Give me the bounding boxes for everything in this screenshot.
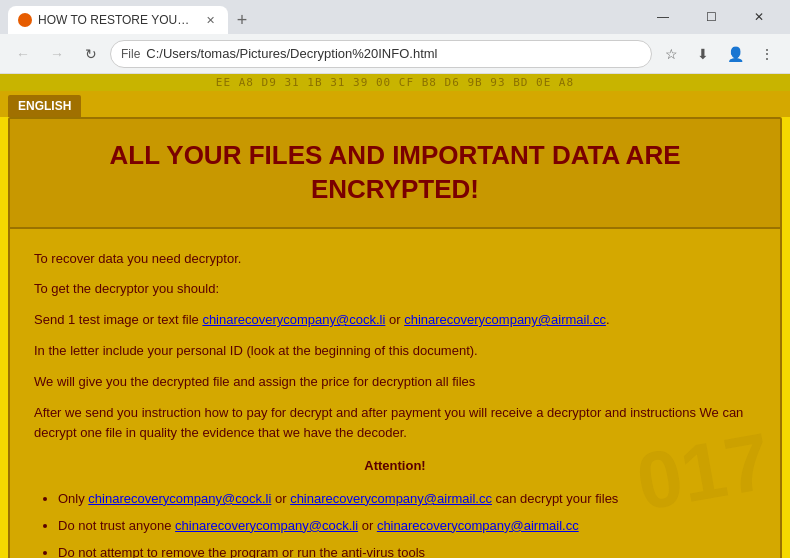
bullet-item: Do not attempt to remove the program or …	[58, 543, 756, 558]
bookmark-button[interactable]: ☆	[656, 39, 686, 69]
email-link-2[interactable]: chinarecoverycompany@airmail.cc	[404, 312, 606, 327]
tab-favicon	[18, 13, 32, 27]
body-line2: To get the decryptor you should:	[34, 279, 756, 300]
language-bar: ENGLISH	[0, 91, 790, 117]
address-file-label: File	[121, 47, 140, 61]
bullet-item: Only chinarecoverycompany@cock.li or chi…	[58, 489, 756, 510]
email-link-3[interactable]: chinarecoverycompany@cock.li	[88, 491, 271, 506]
body-line3: Send 1 test image or text file chinareco…	[34, 310, 756, 331]
tab-area: HOW TO RESTORE YOUR FILES ✕ +	[8, 0, 636, 34]
profile-button[interactable]: 👤	[720, 39, 750, 69]
attention-text: Attention!	[34, 456, 756, 477]
email-link-4[interactable]: chinarecoverycompany@airmail.cc	[290, 491, 492, 506]
language-tab[interactable]: ENGLISH	[8, 95, 81, 117]
body-line4: In the letter include your personal ID (…	[34, 341, 756, 362]
download-button[interactable]: ⬇	[688, 39, 718, 69]
address-bar[interactable]: File C:/Users/tomas/Pictures/Decryption%…	[110, 40, 652, 68]
back-button[interactable]: ←	[8, 39, 38, 69]
close-button[interactable]: ✕	[736, 0, 782, 34]
new-tab-button[interactable]: +	[228, 6, 256, 34]
main-content-box: ALL YOUR FILES AND IMPORTANT DATA ARE EN…	[8, 117, 782, 558]
body-line6: After we send you instruction how to pay…	[34, 403, 756, 445]
toolbar-right: ☆ ⬇ 👤 ⋮	[656, 39, 782, 69]
email-link-1[interactable]: chinarecoverycompany@cock.li	[202, 312, 385, 327]
menu-button[interactable]: ⋮	[752, 39, 782, 69]
forward-button[interactable]: →	[42, 39, 72, 69]
bullet-item: Do not trust anyone chinarecoverycompany…	[58, 516, 756, 537]
maximize-button[interactable]: ☐	[688, 0, 734, 34]
body-line1: To recover data you need decryptor.	[34, 249, 756, 270]
browser-tab[interactable]: HOW TO RESTORE YOUR FILES ✕	[8, 6, 228, 34]
hex-string-bar: EE A8 D9 31 1B 31 39 00 CF B8 D6 9B 93 B…	[0, 74, 790, 91]
webpage-content: EE A8 D9 31 1B 31 39 00 CF B8 D6 9B 93 B…	[0, 74, 790, 558]
bullet-list: Only chinarecoverycompany@cock.li or chi…	[58, 489, 756, 558]
browser-toolbar: ← → ↻ File C:/Users/tomas/Pictures/Decry…	[0, 34, 790, 74]
minimize-button[interactable]: —	[640, 0, 686, 34]
reload-button[interactable]: ↻	[76, 39, 106, 69]
ransomware-body: To recover data you need decryptor. To g…	[10, 229, 780, 558]
address-text: C:/Users/tomas/Pictures/Decryption%20INF…	[146, 46, 641, 61]
ransomware-title: ALL YOUR FILES AND IMPORTANT DATA ARE EN…	[26, 139, 764, 207]
browser-window: HOW TO RESTORE YOUR FILES ✕ + — ☐ ✕ ← → …	[0, 0, 790, 558]
tab-title: HOW TO RESTORE YOUR FILES	[38, 13, 196, 27]
title-bar: HOW TO RESTORE YOUR FILES ✕ + — ☐ ✕	[0, 0, 790, 34]
email-link-6[interactable]: chinarecoverycompany@airmail.cc	[377, 518, 579, 533]
body-line5: We will give you the decrypted file and …	[34, 372, 756, 393]
email-link-5[interactable]: chinarecoverycompany@cock.li	[175, 518, 358, 533]
window-controls: — ☐ ✕	[640, 0, 782, 34]
tab-close-button[interactable]: ✕	[202, 12, 218, 28]
ransomware-header: ALL YOUR FILES AND IMPORTANT DATA ARE EN…	[10, 119, 780, 229]
